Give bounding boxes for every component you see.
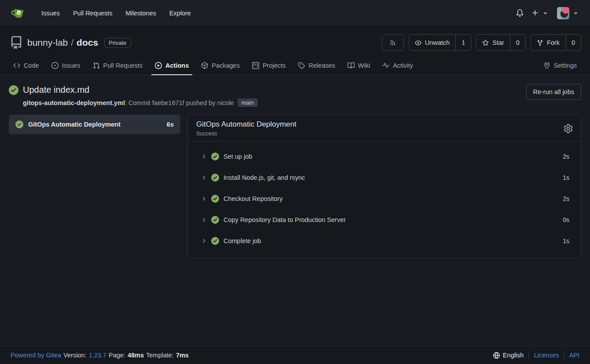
powered-by-gitea-link[interactable]: Powered by Gitea <box>11 352 61 359</box>
repo-name-link[interactable]: docs <box>77 37 98 48</box>
gitea-logo-icon[interactable] <box>11 7 25 20</box>
page-time-value: 48ms <box>128 352 144 359</box>
job-steps-list: Set up job 2s Install Node.js, git, and … <box>188 142 581 258</box>
chevron-right-icon <box>201 196 207 202</box>
api-link[interactable]: API <box>569 352 579 359</box>
repo-owner-link[interactable]: bunny-lab <box>27 37 68 48</box>
language-selector[interactable]: English <box>493 352 524 359</box>
rerun-all-jobs-button[interactable]: Re-run all jobs <box>526 84 582 100</box>
unwatch-button[interactable]: Unwatch <box>409 35 455 51</box>
create-new-menu[interactable] <box>531 9 549 17</box>
template-time-value: 7ms <box>176 352 189 359</box>
tab-label: Code <box>24 62 39 69</box>
success-check-icon <box>211 216 219 224</box>
step-name: Install Node.js, git, and rsync <box>224 174 305 181</box>
tab-label: Packages <box>212 62 240 69</box>
actions-run-page: Update index.md gitops-automatic-deploym… <box>0 75 590 346</box>
rss-feed-button[interactable] <box>382 35 403 51</box>
star-button-group: Star 0 <box>476 34 526 51</box>
chevron-down-icon <box>572 9 579 17</box>
tab-label: Releases <box>308 62 335 69</box>
language-label: English <box>503 352 524 359</box>
watch-button-group: Unwatch 1 <box>409 34 472 51</box>
step-duration: 2s <box>563 153 569 160</box>
play-icon <box>155 62 162 69</box>
tab-projects[interactable]: Projects <box>246 57 292 75</box>
chevron-right-icon <box>201 238 207 244</box>
tabs-spacer <box>419 57 537 75</box>
job-panel-title: GitOps Automatic Deployment <box>196 120 297 129</box>
user-menu[interactable] <box>557 7 579 19</box>
workflow-file-link[interactable]: gitops-automatic-deployment.yml <box>23 99 125 106</box>
tab-code[interactable]: Code <box>7 57 45 75</box>
nav-pull-requests[interactable]: Pull Requests <box>66 5 119 21</box>
repo-header-wrapper: bunny-lab / docs Private Unwatch 1 <box>0 26 590 75</box>
star-icon <box>482 40 489 46</box>
tab-actions[interactable]: Actions <box>149 57 195 75</box>
step-duration: 2s <box>563 195 569 202</box>
job-list-item-active[interactable]: GitOps Automatic Deployment 6s <box>9 115 180 134</box>
job-duration: 6s <box>167 121 174 128</box>
nav-milestones[interactable]: Milestones <box>119 5 162 21</box>
tab-pull-requests[interactable]: Pull Requests <box>87 57 149 75</box>
commit-info: : Commit faebe1671f pushed by nicole <box>125 99 234 106</box>
step-row-setup-job[interactable]: Set up job 2s <box>188 146 581 167</box>
step-row-install-deps[interactable]: Install Node.js, git, and rsync 1s <box>188 167 581 188</box>
tab-wiki[interactable]: Wiki <box>341 57 376 75</box>
nav-issues[interactable]: Issues <box>35 5 66 21</box>
step-duration: 1s <box>563 237 569 244</box>
footer-meta: Powered by Gitea Version: 1.23.7 Page: 4… <box>11 352 189 359</box>
tab-packages[interactable]: Packages <box>195 57 246 75</box>
repo-breadcrumb: bunny-lab / docs <box>27 37 98 48</box>
step-name: Set up job <box>224 153 252 160</box>
step-row-copy-data[interactable]: Copy Repository Data to Production Serve… <box>188 209 581 230</box>
top-navbar: Issues Pull Requests Milestones Explore <box>0 0 590 26</box>
tag-icon <box>298 62 305 69</box>
tab-releases[interactable]: Releases <box>292 57 341 75</box>
job-options-gear-icon[interactable] <box>564 124 573 133</box>
stars-count[interactable]: 0 <box>510 35 525 51</box>
step-row-complete-job[interactable]: Complete job 1s <box>188 230 581 251</box>
forks-count[interactable]: 0 <box>565 35 581 51</box>
chevron-down-icon <box>542 9 549 17</box>
git-fork-icon <box>537 40 543 46</box>
run-title: Update index.md <box>23 85 89 95</box>
step-duration: 1s <box>563 174 569 181</box>
success-check-icon <box>211 153 219 160</box>
tab-activity[interactable]: Activity <box>376 57 419 75</box>
tab-label: Settings <box>554 62 577 69</box>
page-footer: Powered by Gitea Version: 1.23.7 Page: 4… <box>0 346 590 364</box>
step-name: Checkout Repository <box>224 195 283 202</box>
tab-label: Projects <box>263 62 286 69</box>
eye-icon <box>415 40 421 46</box>
book-icon <box>348 62 355 69</box>
footer-divider <box>528 352 529 359</box>
tab-label: Activity <box>393 62 413 69</box>
notifications-bell-icon[interactable] <box>516 9 524 17</box>
step-row-checkout[interactable]: Checkout Repository 2s <box>188 188 581 209</box>
chevron-right-icon <box>201 153 207 160</box>
template-time-label: Template: <box>146 352 174 359</box>
repo-tabs: Code Issues Pull Requests Actions Packag… <box>0 57 590 75</box>
tab-settings[interactable]: Settings <box>537 57 583 75</box>
job-detail-panel: GitOps Automatic Deployment Success Set … <box>188 115 581 258</box>
nav-explore[interactable]: Explore <box>163 5 198 21</box>
code-icon <box>13 62 20 69</box>
job-panel-header: GitOps Automatic Deployment Success <box>188 115 581 142</box>
success-check-icon <box>15 120 23 128</box>
watchers-count[interactable]: 1 <box>455 35 471 51</box>
success-check-icon <box>9 85 18 95</box>
fork-label: Fork <box>547 39 560 46</box>
version-link[interactable]: 1.23.7 <box>89 352 106 359</box>
licenses-link[interactable]: Licenses <box>534 352 559 359</box>
tab-issues[interactable]: Issues <box>45 57 87 75</box>
rss-button-group <box>382 34 404 51</box>
branch-badge[interactable]: main <box>238 98 258 107</box>
version-label: Version: <box>63 352 86 359</box>
private-badge: Private <box>104 38 131 48</box>
fork-button[interactable]: Fork <box>531 35 565 51</box>
step-name: Complete job <box>224 237 261 244</box>
git-pull-request-icon <box>93 62 100 69</box>
star-button[interactable]: Star <box>476 35 510 51</box>
breadcrumb-separator: / <box>71 37 73 48</box>
